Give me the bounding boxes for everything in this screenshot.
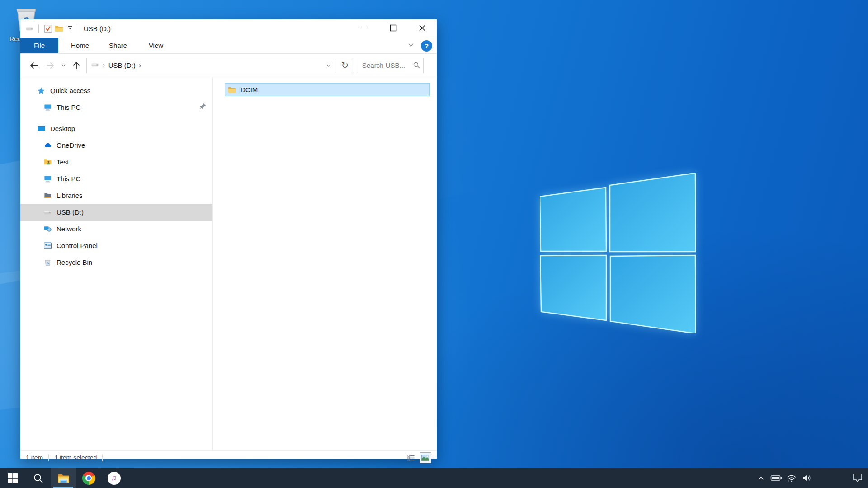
sidebar-item-quick-access[interactable]: Quick access [20, 82, 212, 99]
sidebar-item-label: This PC [57, 103, 80, 111]
tab-share[interactable]: Share [102, 38, 134, 53]
wifi-icon[interactable] [784, 468, 799, 488]
file-explorer-window: USB (D:) File Home Share View ? [20, 19, 437, 459]
large-icons-view-button[interactable] [420, 452, 431, 463]
breadcrumb-drive[interactable]: USB (D:) [108, 61, 136, 69]
status-divider [102, 454, 103, 461]
sidebar-item-label: Libraries [57, 192, 83, 199]
selection-count: 1 item selected [49, 454, 102, 461]
sidebar-item-this-pc-pinned[interactable]: This PC [20, 99, 212, 116]
search-box[interactable] [358, 58, 424, 73]
usb-drive-icon [43, 208, 52, 217]
pane-divider [212, 77, 213, 450]
expand-ribbon-chevron-icon[interactable] [407, 41, 415, 50]
status-bar: 1 item 1 item selected [20, 450, 437, 464]
hidden-icons-chevron-icon[interactable] [753, 468, 769, 488]
sidebar-item-label: This PC [57, 175, 80, 183]
volume-icon[interactable] [799, 468, 815, 488]
this-pc-icon [43, 103, 52, 112]
tab-view[interactable]: View [140, 38, 172, 53]
sidebar-item-onedrive[interactable]: OneDrive [20, 137, 212, 154]
item-count: 1 item [20, 454, 48, 461]
sidebar-item-test[interactable]: Test [20, 154, 212, 170]
control-panel-icon [43, 241, 52, 250]
help-icon[interactable]: ? [421, 40, 432, 52]
desktop-icon [37, 124, 46, 133]
sidebar-item-this-pc[interactable]: This PC [20, 170, 212, 187]
file-list-pane[interactable]: DCIM [212, 77, 437, 450]
folder-icon [227, 85, 236, 94]
file-explorer-icon [57, 472, 70, 484]
forward-button[interactable] [42, 58, 58, 73]
title-bar[interactable]: USB (D:) [20, 19, 437, 38]
quick-access-toolbar [20, 23, 81, 34]
libraries-folder-icon [43, 191, 52, 200]
refresh-icon[interactable]: ↻ [336, 58, 354, 73]
breadcrumb-chevron-icon[interactable]: › [99, 61, 108, 70]
svg-text:♻: ♻ [46, 262, 49, 265]
network-icon [43, 225, 52, 234]
address-bar[interactable]: › USB (D:) › ↻ [86, 58, 354, 73]
ribbon-tab-bar: File Home Share View ? [20, 38, 437, 54]
battery-icon[interactable] [769, 468, 784, 488]
system-tray [753, 468, 868, 488]
sidebar-item-label: Quick access [50, 87, 90, 94]
window-title: USB (D:) [84, 25, 111, 33]
customize-toolbar-chevron-icon[interactable] [67, 26, 73, 31]
drive-icon [90, 60, 99, 71]
file-name: DCIM [241, 86, 258, 94]
search-icon[interactable] [410, 61, 423, 70]
sidebar-item-label: OneDrive [57, 141, 85, 149]
drive-icon [24, 23, 35, 34]
window-controls [350, 19, 437, 37]
sidebar-item-label: Test [57, 158, 69, 166]
sidebar-item-label: Network [57, 225, 81, 233]
sidebar-item-desktop[interactable]: Desktop [20, 120, 212, 137]
up-button[interactable] [68, 58, 85, 73]
sidebar-item-recycle-bin[interactable]: ♻ Recycle Bin [20, 254, 212, 271]
sidebar-item-libraries[interactable]: Libraries [20, 187, 212, 204]
windows-logo-wallpaper [540, 173, 696, 333]
start-button[interactable] [0, 468, 25, 488]
user-folder-icon [43, 158, 52, 167]
tab-file[interactable]: File [20, 38, 58, 53]
maximize-button[interactable] [379, 19, 408, 37]
tab-home[interactable]: Home [64, 38, 96, 53]
toolbar-separator [77, 24, 77, 33]
address-dropdown-chevron-icon[interactable] [321, 58, 336, 73]
taskbar-file-explorer-button[interactable] [51, 468, 76, 488]
sidebar-item-label: Control Panel [57, 242, 98, 249]
new-folder-button[interactable] [53, 23, 64, 34]
sidebar-item-label: USB (D:) [57, 208, 84, 216]
close-button[interactable] [408, 19, 437, 37]
pin-icon [199, 103, 207, 112]
sidebar-item-label: Desktop [50, 125, 75, 132]
windows-start-icon [7, 473, 18, 483]
this-pc-icon [43, 174, 52, 183]
taskbar-search-button[interactable] [25, 468, 51, 488]
search-icon [33, 473, 44, 484]
details-view-button[interactable] [405, 452, 417, 463]
onedrive-cloud-icon [43, 141, 52, 150]
taskbar: ♫ [0, 468, 868, 488]
toolbar-separator [38, 24, 39, 33]
recycle-bin-icon: ♻ [43, 258, 52, 267]
navigation-pane: Quick access This PC Desktop [20, 77, 212, 450]
navigation-bar: › USB (D:) › ↻ [20, 54, 437, 77]
file-item-dcim[interactable]: DCIM [225, 83, 430, 96]
chrome-icon [82, 472, 95, 485]
search-input[interactable] [358, 61, 410, 69]
itunes-icon: ♫ [108, 472, 121, 485]
recent-locations-chevron-icon[interactable] [58, 58, 68, 73]
sidebar-item-control-panel[interactable]: Control Panel [20, 237, 212, 254]
taskbar-chrome-button[interactable] [76, 468, 101, 488]
sidebar-item-usb-drive[interactable]: USB (D:) [20, 204, 212, 221]
breadcrumb-chevron-icon[interactable]: › [136, 61, 145, 70]
properties-button[interactable] [42, 23, 53, 34]
minimize-button[interactable] [350, 19, 379, 37]
back-button[interactable] [26, 58, 42, 73]
sidebar-item-network[interactable]: Network [20, 221, 212, 237]
taskbar-itunes-button[interactable]: ♫ [101, 468, 127, 488]
action-center-icon[interactable] [850, 468, 865, 488]
sidebar-item-label: Recycle Bin [57, 258, 92, 266]
